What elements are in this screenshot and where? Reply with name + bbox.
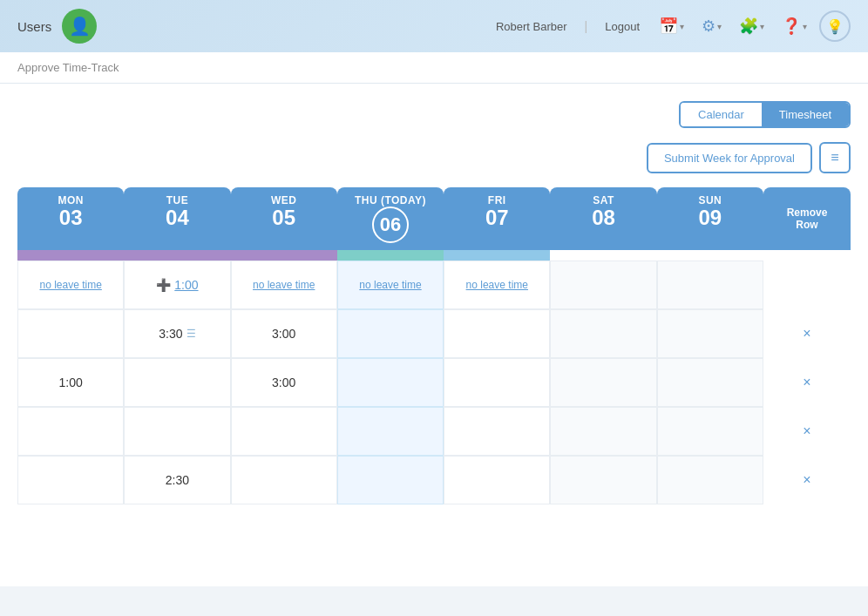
cell-sun-r5 — [657, 456, 763, 504]
timesheet-tab[interactable]: Timesheet — [762, 103, 849, 126]
day-num-sun: 09 — [661, 206, 760, 229]
cell-wed-r2: 3:00 — [231, 309, 337, 358]
day-header-sat: Sat 08 — [550, 187, 656, 250]
cell-mon-r1[interactable]: no leave time — [17, 261, 124, 309]
remove-row-2-btn[interactable]: × — [803, 326, 810, 342]
add-icon-tue-r1[interactable]: ➕ — [156, 278, 171, 292]
logout-link[interactable]: Logout — [605, 20, 640, 33]
progress-row — [17, 250, 851, 261]
edit-icon-tue-r2[interactable]: ☰ — [186, 328, 196, 340]
prog-mon — [17, 250, 124, 261]
no-leave-text-thu-r1: no leave time — [359, 279, 421, 291]
time-val-tue-r5: 2:30 — [166, 473, 189, 487]
day-name-tue: Tue — [127, 194, 227, 206]
cell-mon-r4 — [17, 407, 124, 456]
day-name-wed: Wed — [234, 194, 334, 206]
cell-mon-r2 — [17, 309, 124, 358]
remove-label: RemoveRow — [787, 206, 828, 231]
table-row: 1:00 3:00 × — [17, 358, 851, 407]
table-row: 3:30 ☰ 3:00 × — [17, 309, 851, 358]
header-icons: 📅 ▾ ⚙ ▾ 🧩 ▾ ❓ ▾ 💡 — [654, 10, 851, 42]
cell-tue-r4 — [124, 407, 230, 456]
calendar-dropdown-arrow: ▾ — [680, 22, 684, 31]
cell-tue-r3 — [124, 358, 230, 407]
bulb-icon-btn[interactable]: 💡 — [819, 10, 851, 42]
cell-wed-r4 — [231, 407, 337, 456]
question-icon: ❓ — [782, 17, 801, 36]
app-header: Users 👤 Robert Barber | Logout 📅 ▾ ⚙ ▾ 🧩… — [0, 0, 868, 52]
cell-thu-r2 — [337, 309, 444, 358]
app-title: Users — [17, 19, 51, 34]
puzzle-icon-btn[interactable]: 🧩 ▾ — [734, 13, 770, 39]
day-num-fri: 07 — [447, 206, 546, 229]
submit-week-button[interactable]: Submit Week for Approval — [647, 143, 812, 173]
prog-sat — [550, 250, 656, 261]
prog-sun — [657, 250, 763, 261]
cell-wed-r5 — [231, 456, 337, 504]
cell-tue-r1: ➕ 1:00 — [124, 261, 230, 309]
cell-sun-r1 — [657, 261, 763, 309]
cell-mon-r5 — [17, 456, 124, 504]
view-toggle: Calendar Timesheet — [679, 101, 851, 128]
remove-row-4-btn[interactable]: × — [803, 423, 810, 439]
day-num-sat: 08 — [553, 206, 653, 229]
toggle-bar: Calendar Timesheet — [17, 101, 851, 128]
day-num-thu: 06 — [341, 206, 440, 243]
prog-thu — [337, 250, 444, 261]
cell-remove-r1 — [763, 261, 851, 309]
calendar-icon-btn[interactable]: 📅 ▾ — [654, 13, 689, 39]
puzzle-dropdown-arrow: ▾ — [760, 22, 764, 31]
cell-sat-r4 — [550, 407, 656, 456]
day-header-wed: Wed 05 — [231, 187, 337, 250]
table-row: 2:30 × — [17, 456, 851, 504]
header-right: Robert Barber | Logout 📅 ▾ ⚙ ▾ 🧩 ▾ ❓ ▾ 💡 — [496, 10, 851, 42]
action-bar: Submit Week for Approval ≡ — [17, 142, 851, 173]
gear-dropdown-arrow: ▾ — [717, 22, 722, 31]
remove-row-5-btn[interactable]: × — [803, 472, 810, 488]
cell-remove-r5: × — [763, 456, 851, 504]
table-row: × — [17, 407, 851, 456]
cell-thu-r4 — [337, 407, 444, 456]
table-row: no leave time ➕ 1:00 no leave time no le… — [17, 261, 851, 309]
cell-fri-r2 — [444, 309, 550, 358]
cell-tue-r1-content: ➕ 1:00 — [156, 278, 198, 292]
main-content: Calendar Timesheet Submit Week for Appro… — [0, 84, 868, 586]
cell-fri-r1[interactable]: no leave time — [444, 261, 550, 309]
cell-remove-r2: × — [763, 309, 851, 358]
calendar-header: Mon 03 Tue 04 Wed 05 Thu (today) 06 Fri … — [17, 187, 851, 250]
menu-button[interactable]: ≡ — [819, 142, 851, 173]
cell-mon-r3: 1:00 — [17, 358, 124, 407]
no-leave-text-wed-r1: no leave time — [253, 279, 315, 291]
cell-sun-r2 — [657, 309, 763, 358]
day-header-mon: Mon 03 — [17, 187, 124, 250]
user-name: Robert Barber — [496, 20, 567, 33]
cell-wed-r1[interactable]: no leave time — [231, 261, 337, 309]
cell-thu-r3 — [337, 358, 444, 407]
day-name-fri: Fri — [447, 194, 546, 206]
day-header-sun: Sun 09 — [657, 187, 763, 250]
cell-thu-r5 — [337, 456, 444, 504]
avatar: 👤 — [62, 9, 97, 44]
breadcrumb-text: Approve Time-Track — [17, 61, 119, 74]
cell-fri-r5 — [444, 456, 550, 504]
calendar-tab[interactable]: Calendar — [681, 103, 762, 126]
cell-sat-r5 — [550, 456, 656, 504]
breadcrumb: Approve Time-Track — [0, 52, 868, 84]
day-name-mon: Mon — [21, 194, 120, 206]
help-icon-btn[interactable]: ❓ ▾ — [776, 13, 812, 39]
cell-sat-r2 — [550, 309, 656, 358]
prog-remove — [763, 250, 851, 261]
remove-row-3-btn[interactable]: × — [803, 375, 810, 390]
day-num-tue: 04 — [127, 206, 227, 229]
help-dropdown-arrow: ▾ — [803, 22, 807, 31]
cell-sat-r3 — [550, 358, 656, 407]
time-val-wed-r2: 3:00 — [272, 327, 295, 341]
gear-icon-btn[interactable]: ⚙ ▾ — [696, 13, 727, 39]
cell-remove-r3: × — [763, 358, 851, 407]
time-val-tue-r2: 3:30 — [159, 327, 182, 341]
puzzle-icon: 🧩 — [739, 17, 758, 36]
cell-thu-r1[interactable]: no leave time — [337, 261, 444, 309]
cell-sat-r1 — [550, 261, 656, 309]
no-leave-text-mon-r1: no leave time — [39, 279, 101, 291]
time-link-tue-r1[interactable]: 1:00 — [174, 278, 198, 292]
